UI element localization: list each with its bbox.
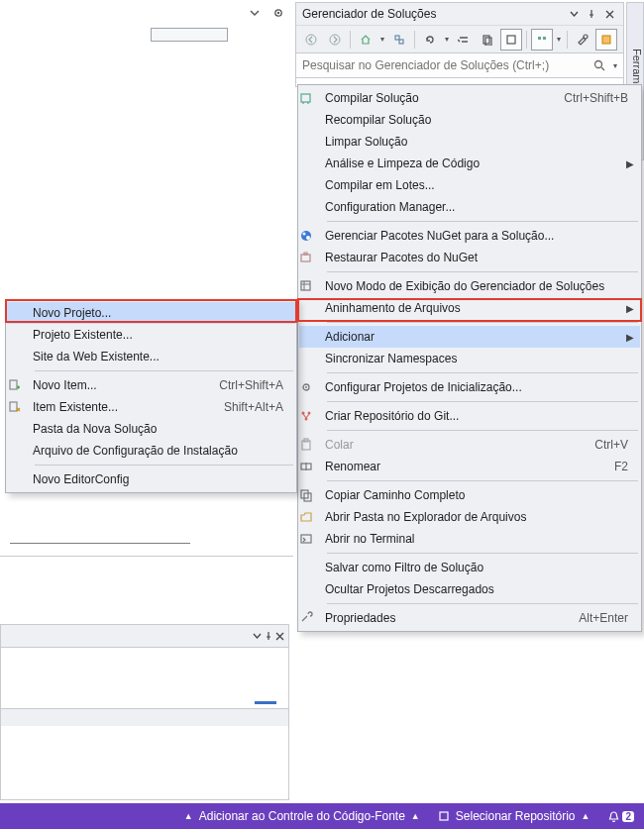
properties-icon[interactable]: [572, 29, 593, 51]
bottom-tool-panel: [0, 624, 289, 800]
menu-item-label: Configuration Manager...: [325, 200, 628, 214]
menu-item-label: Novo EditorConfig: [33, 472, 283, 486]
submenu-item[interactable]: Novo Projeto...: [7, 302, 295, 324]
pin-icon[interactable]: [584, 6, 599, 22]
context-menu-item[interactable]: Abrir no Terminal: [299, 528, 640, 550]
svg-rect-10: [543, 37, 546, 40]
search-input[interactable]: [300, 57, 593, 73]
editor-dropdown-icon[interactable]: [244, 2, 266, 24]
svg-rect-4: [395, 36, 399, 40]
svg-rect-5: [399, 40, 403, 44]
context-menu-item[interactable]: Copiar Caminho Completo: [299, 484, 640, 506]
search-icon[interactable]: [593, 59, 611, 71]
editor-field: [151, 28, 228, 42]
solution-explorer-panel: Gerenciador de Soluções ▾ ▾ ▾: [295, 2, 624, 87]
chevron-down-icon[interactable]: ▾: [555, 35, 563, 44]
caret-up-icon: ▲: [582, 811, 590, 821]
submenu-item[interactable]: Novo EditorConfig: [7, 468, 295, 490]
context-menu-item[interactable]: Gerenciar Pacotes NuGet para a Solução..…: [299, 225, 640, 247]
copy-icon: [299, 488, 325, 502]
chevron-down-icon[interactable]: ▾: [378, 35, 386, 44]
newview-icon: [299, 279, 325, 293]
status-select-repo[interactable]: Selecionar Repositório ▲: [438, 809, 590, 823]
menu-item-label: Configurar Projetos de Inicialização...: [325, 380, 628, 394]
submenu-item[interactable]: Projeto Existente...: [7, 324, 295, 346]
submenu-item[interactable]: Item Existente...Shift+Alt+A: [7, 396, 295, 418]
collapse-all-icon[interactable]: [500, 29, 522, 51]
menu-item-label: Sincronizar Namespaces: [325, 352, 628, 365]
preview-icon[interactable]: [595, 29, 617, 51]
svg-rect-19: [301, 281, 310, 290]
status-select-repo-label: Selecionar Repositório: [456, 809, 576, 823]
pending-changes-icon[interactable]: [453, 29, 475, 51]
menu-item-shortcut: Ctrl+Shift+A: [219, 378, 283, 392]
menu-separator: [327, 553, 638, 554]
status-source-control[interactable]: ▲ Adicionar ao Controle do Código-Fonte …: [184, 809, 420, 823]
menu-item-label: Gerenciar Pacotes NuGet para a Solução..…: [325, 229, 628, 243]
gear-icon: [299, 380, 325, 394]
chevron-down-icon[interactable]: ▾: [443, 35, 451, 44]
context-menu-item[interactable]: Adicionar▶: [299, 326, 640, 348]
nuget-icon: [299, 229, 325, 243]
chevron-down-icon[interactable]: ▾: [611, 61, 619, 70]
context-menu-item[interactable]: Recompilar Solução: [299, 109, 640, 131]
context-menu-item[interactable]: Abrir Pasta no Explorador de Arquivos: [299, 506, 640, 528]
context-menu-item[interactable]: RenomearF2: [299, 456, 640, 477]
rename-icon: [299, 460, 325, 473]
svg-rect-31: [10, 380, 17, 389]
svg-point-15: [301, 231, 311, 241]
context-submenu-add: Novo Projeto...Projeto Existente...Site …: [5, 299, 297, 493]
context-menu-item[interactable]: Limpar Solução: [299, 131, 640, 153]
context-menu-item[interactable]: Aninhamento de Arquivos▶: [299, 297, 640, 319]
context-menu-item[interactable]: Criar Repositório do Git...: [299, 405, 640, 427]
context-menu-item[interactable]: Sincronizar Namespaces: [299, 348, 640, 369]
context-menu-item[interactable]: Salvar como Filtro de Solução: [299, 557, 640, 578]
context-menu-item[interactable]: Compilar em Lotes...: [299, 174, 640, 196]
submenu-item[interactable]: Site da Web Existente...: [7, 346, 295, 367]
submenu-item[interactable]: Arquivo de Configuração de Instalação: [7, 440, 295, 462]
context-menu-item[interactable]: PropriedadesAlt+Enter: [299, 607, 640, 629]
panel-menu-dropdown-icon[interactable]: [253, 632, 262, 641]
pin-icon[interactable]: [264, 631, 273, 641]
show-all-files-icon[interactable]: [477, 29, 498, 51]
caret-up-icon: ▲: [411, 811, 420, 821]
context-menu-item[interactable]: Restaurar Pacotes do NuGet: [299, 247, 640, 268]
close-icon[interactable]: [275, 632, 284, 641]
menu-item-label: Criar Repositório do Git...: [325, 409, 628, 423]
close-icon[interactable]: [601, 6, 617, 22]
context-menu-item[interactable]: ColarCtrl+V: [299, 434, 640, 456]
switch-views-icon[interactable]: [388, 29, 410, 51]
view-icon[interactable]: [531, 29, 553, 51]
menu-item-label: Adicionar: [325, 330, 628, 344]
menu-separator: [327, 271, 638, 272]
submenu-item[interactable]: Novo Item...Ctrl+Shift+A: [7, 374, 295, 396]
forward-icon[interactable]: [324, 29, 346, 51]
panel-tabstrip[interactable]: [1, 708, 288, 726]
home-icon[interactable]: [355, 29, 376, 51]
svg-rect-6: [483, 36, 489, 44]
status-notifications[interactable]: 2: [607, 810, 634, 823]
context-menu-item[interactable]: Configurar Projetos de Inicialização...: [299, 376, 640, 398]
context-menu-item[interactable]: Ocultar Projetos Descarregados: [299, 578, 640, 600]
panel-menu-dropdown-icon[interactable]: [566, 6, 582, 22]
sync-icon[interactable]: [419, 29, 441, 51]
paste-icon: [299, 438, 325, 452]
status-bar: ▲ Adicionar ao Controle do Código-Fonte …: [0, 803, 644, 829]
context-menu-item[interactable]: Compilar SoluçãoCtrl+Shift+B: [299, 87, 640, 109]
menu-item-label: Recompilar Solução: [325, 113, 628, 127]
context-menu-item[interactable]: Análise e Limpeza de Código▶: [299, 153, 640, 174]
status-source-control-label: Adicionar ao Controle do Código-Fonte: [199, 809, 405, 823]
caret-up-icon: ▲: [184, 811, 193, 821]
menu-item-label: Item Existente...: [33, 400, 204, 414]
back-icon[interactable]: [300, 29, 322, 51]
gear-icon[interactable]: [268, 2, 289, 24]
submenu-item[interactable]: Pasta da Nova Solução: [7, 418, 295, 440]
menu-item-label: Copiar Caminho Completo: [325, 488, 628, 502]
menu-item-label: Compilar em Lotes...: [325, 178, 628, 192]
menu-item-label: Abrir Pasta no Explorador de Arquivos: [325, 510, 628, 524]
search-box[interactable]: ▾: [296, 52, 623, 78]
context-menu-item[interactable]: Configuration Manager...: [299, 196, 640, 218]
context-menu-item[interactable]: Novo Modo de Exibição do Gerenciador de …: [299, 275, 640, 297]
svg-rect-30: [301, 535, 311, 543]
svg-point-1: [277, 12, 279, 14]
